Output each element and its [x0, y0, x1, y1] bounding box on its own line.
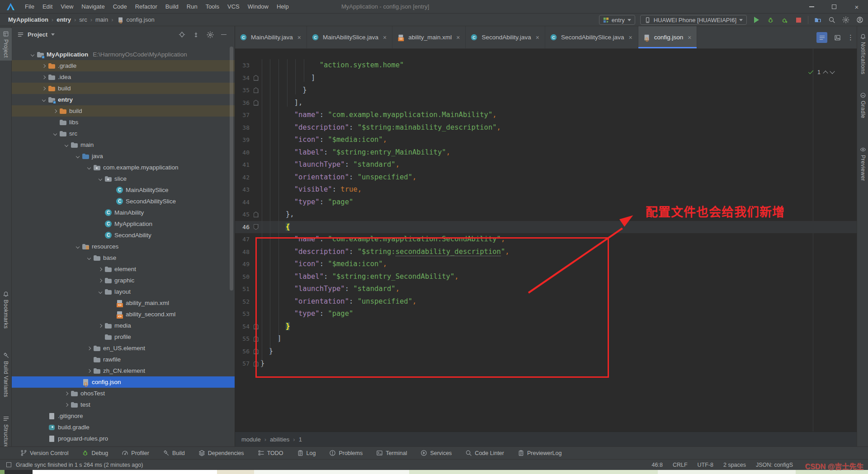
chevron-down-icon[interactable]	[74, 155, 82, 158]
tree-item-config.json[interactable]: {}config.json	[12, 376, 235, 388]
search-button[interactable]	[827, 15, 836, 25]
tree-item-ability_main.xml[interactable]: <>ability_main.xml	[12, 297, 235, 309]
run-configuration-select[interactable]: entry	[599, 15, 635, 25]
code-line[interactable]: 35 }	[235, 84, 857, 97]
tool-window-button-version-control[interactable]: Version Control	[20, 450, 68, 456]
tree-item-.gitignore[interactable]: .gitignore	[12, 410, 235, 422]
menu-help[interactable]: Help	[273, 0, 293, 14]
project-panel-title[interactable]: Project	[28, 31, 47, 38]
tree-item-test[interactable]: test	[12, 399, 235, 410]
tree-item-mainabilityslice[interactable]: CMainAbilitySlice	[12, 184, 235, 196]
chevron-down-icon[interactable]	[28, 53, 37, 56]
tool-window-button-log[interactable]: Log	[297, 450, 316, 456]
chevron-right-icon[interactable]	[40, 87, 48, 90]
code-line[interactable]: 42 "orientation": "unspecified",	[235, 171, 857, 184]
chevron-down-icon[interactable]	[96, 178, 104, 180]
tool-strip-tab-gradle[interactable]: Gradle	[857, 89, 868, 121]
menu-build[interactable]: Build	[161, 0, 183, 14]
editor-breadcrumb-item[interactable]: module	[241, 436, 261, 443]
menu-vcs[interactable]: VCS	[223, 0, 244, 14]
editor-tab-secondabilityslice.java[interactable]: CSecondAbilitySlice.java×	[545, 26, 638, 48]
breadcrumb-item[interactable]: entry	[57, 16, 71, 23]
code-line[interactable]: 40 "label": "$string:entry_MainAbility",	[235, 146, 857, 159]
code-line[interactable]: 33 "action.system.home"	[235, 59, 857, 72]
breadcrumb-item[interactable]: main	[95, 16, 108, 23]
code-line[interactable]: 38 "description": "$string:mainability_d…	[235, 122, 857, 134]
tool-strip-tab-structure[interactable]: Structure	[0, 413, 12, 451]
minimize-button[interactable]	[800, 0, 823, 14]
tool-strip-tab-build-variants[interactable]: Build Variants	[0, 349, 12, 400]
chevron-right-icon[interactable]	[96, 324, 104, 327]
tree-item-proguard-rules.pro[interactable]: proguard-rules.pro	[12, 433, 235, 444]
tool-window-button-build[interactable]: Build	[163, 450, 185, 456]
previewer-toggle-button[interactable]	[832, 32, 843, 43]
code-line[interactable]: 43 "visible": true,	[235, 183, 857, 196]
tree-item-en_us.element[interactable]: en_US.element	[12, 343, 235, 354]
tree-item-secondabilityslice[interactable]: CSecondAbilitySlice	[12, 196, 235, 207]
tool-window-button-code-linter[interactable]: Code Linter	[465, 450, 504, 456]
more-options-icon[interactable]: ⋮	[847, 33, 854, 42]
status-file-type[interactable]: JSON: configS	[756, 462, 793, 468]
tree-scrollbar[interactable]	[230, 47, 233, 291]
close-tab-icon[interactable]: ×	[383, 34, 387, 41]
menu-navigate[interactable]: Navigate	[77, 0, 108, 14]
tree-item-com.example.myapplication[interactable]: com.example.myapplication	[12, 162, 235, 173]
menu-run[interactable]: Run	[183, 0, 202, 14]
inspections-widget[interactable]: 1	[807, 69, 834, 75]
menu-edit[interactable]: Edit	[38, 0, 57, 14]
tree-item-entry[interactable]: entry	[12, 94, 235, 105]
tree-item-ohostest[interactable]: ohosTest	[12, 388, 235, 399]
editor-tab-mainability.java[interactable]: CMainAbility.java×	[235, 26, 307, 48]
tree-item-zh_cn.element[interactable]: zh_CN.element	[12, 365, 235, 376]
stop-button[interactable]	[794, 15, 803, 25]
tree-item-media[interactable]: media	[12, 320, 235, 331]
menu-refactor[interactable]: Refactor	[131, 0, 161, 14]
editor-tab-config.json[interactable]: {}config.json×	[638, 26, 698, 48]
next-problem-icon[interactable]	[830, 69, 835, 74]
tree-item-mainability[interactable]: CMainAbility	[12, 207, 235, 218]
collapse-all-button[interactable]	[193, 31, 199, 38]
editor-breadcrumb-item[interactable]: 1	[299, 436, 302, 443]
tree-item-ability_second.xml[interactable]: <>ability_second.xml	[12, 309, 235, 320]
chevron-down-icon[interactable]	[74, 245, 82, 248]
code-line[interactable]: 36 ],	[235, 97, 857, 109]
close-tab-icon[interactable]: ×	[297, 34, 301, 41]
tree-item-src[interactable]: src	[12, 128, 235, 139]
tool-window-button-debug[interactable]: Debug	[82, 450, 108, 456]
code-line[interactable]: 41 "launchType": "standard",	[235, 159, 857, 171]
chevron-right-icon[interactable]	[96, 268, 104, 271]
tool-window-button-terminal[interactable]: Terminal	[376, 450, 407, 456]
editor-breadcrumb-item[interactable]: abilities	[270, 436, 289, 443]
chevron-right-icon[interactable]	[51, 110, 59, 113]
fold-marker-icon[interactable]	[251, 211, 260, 217]
tree-item-secondability[interactable]: CSecondAbility	[12, 230, 235, 241]
status-indent-size[interactable]: 2 spaces	[723, 462, 746, 468]
tree-item-graphic[interactable]: graphic	[12, 275, 235, 286]
chevron-down-icon[interactable]	[96, 291, 104, 293]
tree-item-base[interactable]: base	[12, 252, 235, 263]
tree-item-build[interactable]: build	[12, 105, 235, 117]
code-line[interactable]: 39 "icon": "$media:icon",	[235, 134, 857, 146]
chevron-down-icon[interactable]	[51, 132, 59, 135]
file-structure-button[interactable]	[816, 32, 827, 43]
tree-item-element[interactable]: element	[12, 263, 235, 275]
tool-strip-tab-previewer[interactable]: Previewer	[857, 144, 868, 184]
device-file-browser-button[interactable]	[813, 15, 822, 25]
close-tab-icon[interactable]: ×	[456, 34, 460, 41]
editor-tab-secondability.java[interactable]: CSecondAbility.java×	[466, 26, 545, 48]
chevron-right-icon[interactable]	[85, 370, 93, 372]
code-editor[interactable]: 33 "action.system.home"34 ]35 }36 ],37 "…	[235, 49, 857, 432]
previous-problem-icon[interactable]	[823, 70, 828, 75]
close-button[interactable]: ×	[845, 0, 868, 14]
fold-marker-icon[interactable]	[251, 100, 260, 106]
tree-item-myapplication[interactable]: MyApplicationE:\HarmonyOsCode\MyApplicat…	[12, 49, 235, 60]
maximize-button[interactable]	[823, 0, 845, 14]
breadcrumb-item[interactable]: src	[79, 16, 87, 23]
breadcrumb-item[interactable]: {}config.json	[117, 16, 155, 23]
panel-settings-button[interactable]	[207, 31, 214, 38]
tree-item-profile[interactable]: profile	[12, 331, 235, 343]
menu-file[interactable]: File	[21, 0, 38, 14]
menu-view[interactable]: View	[57, 0, 77, 14]
tool-strip-tab-bookmarks[interactable]: Bookmarks	[0, 288, 12, 332]
status-caret-position[interactable]: 46:8	[652, 462, 663, 468]
